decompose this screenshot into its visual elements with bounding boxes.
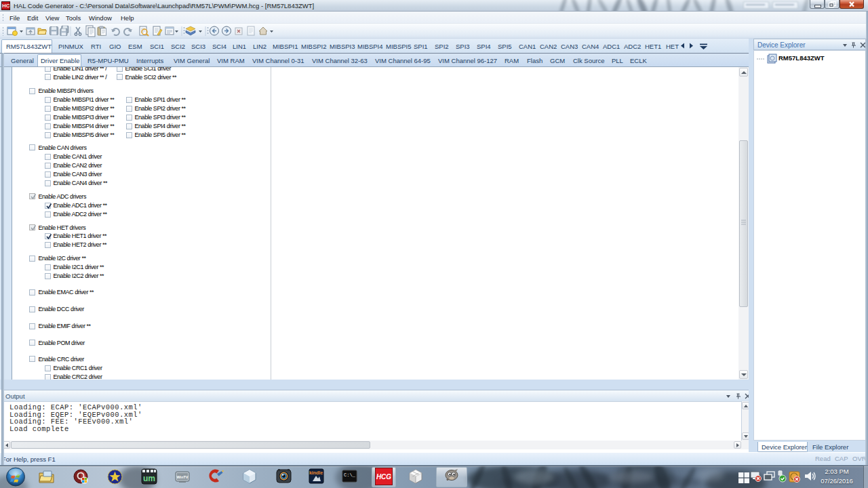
svg-text:kindle: kindle bbox=[309, 470, 323, 475]
svg-text:HCG: HCG bbox=[376, 473, 391, 481]
svg-text:WinTV: WinTV bbox=[176, 475, 188, 479]
svg-text:C:\_: C:\_ bbox=[344, 472, 356, 478]
svg-text:um: um bbox=[143, 474, 155, 483]
